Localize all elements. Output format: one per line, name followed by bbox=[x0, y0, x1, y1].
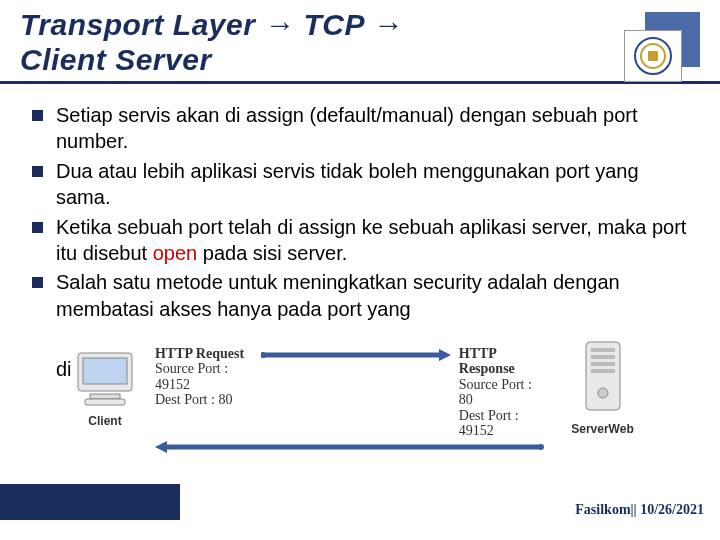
request-heading: HTTP Request bbox=[155, 346, 253, 361]
title-line2: Client Server bbox=[20, 43, 212, 76]
logo-container bbox=[610, 12, 700, 82]
response-heading: HTTP Response bbox=[459, 346, 545, 377]
bullet-text: Salah satu metode untuk meningkatkan sec… bbox=[56, 271, 620, 319]
svg-rect-6 bbox=[85, 399, 125, 405]
svg-marker-8 bbox=[439, 349, 451, 361]
bullet-text: Ketika sebuah port telah di assign ke se… bbox=[56, 216, 686, 264]
server-tower-icon bbox=[578, 338, 628, 416]
response-dst: Dest Port : 49152 bbox=[459, 408, 545, 439]
university-logo bbox=[624, 30, 682, 82]
bullet-item: Salah satu metode untuk meningkatkan sec… bbox=[28, 269, 692, 322]
bullet-item: Dua atau lebih aplikasi servis tidak bol… bbox=[28, 158, 692, 211]
response-text: HTTP Response Source Port : 80 Dest Port… bbox=[459, 346, 545, 438]
bullet-item: Ketika sebuah port telah di assign ke se… bbox=[28, 214, 692, 267]
svg-point-12 bbox=[538, 444, 544, 450]
bullet-item: Setiap servis akan di assign (default/ma… bbox=[28, 102, 692, 155]
svg-rect-4 bbox=[83, 358, 127, 384]
slide-header: Transport Layer → TCP → Client Server bbox=[0, 0, 720, 84]
svg-rect-15 bbox=[591, 355, 615, 359]
title-line1: Transport Layer → TCP → bbox=[20, 8, 403, 41]
svg-rect-14 bbox=[591, 348, 615, 352]
client-label: Client bbox=[60, 414, 150, 428]
request-dst: Dest Port : 80 bbox=[155, 392, 253, 407]
arrow-left-icon bbox=[155, 440, 545, 454]
footer-bar bbox=[0, 484, 180, 520]
logo-icon bbox=[633, 36, 673, 76]
bullet-text-after: pada sisi server. bbox=[197, 242, 347, 264]
svg-point-18 bbox=[598, 388, 608, 398]
svg-marker-10 bbox=[155, 441, 167, 453]
bullet-text: Dua atau lebih aplikasi servis tidak bol… bbox=[56, 160, 639, 208]
request-src: Source Port : 49152 bbox=[155, 361, 253, 392]
svg-rect-17 bbox=[591, 369, 615, 373]
server-label: ServerWeb bbox=[555, 422, 650, 436]
response-src: Source Port : 80 bbox=[459, 377, 545, 408]
slide-content: Setiap servis akan di assign (default/ma… bbox=[0, 84, 720, 322]
svg-rect-13 bbox=[586, 342, 620, 410]
svg-rect-5 bbox=[90, 394, 120, 399]
slide-title: Transport Layer → TCP → Client Server bbox=[20, 8, 700, 77]
server-box: ServerWeb bbox=[555, 338, 650, 436]
open-word: open bbox=[153, 242, 198, 264]
request-row: HTTP Request Source Port : 49152 Dest Po… bbox=[155, 346, 545, 438]
request-text: HTTP Request Source Port : 49152 Dest Po… bbox=[155, 346, 253, 408]
client-computer-icon bbox=[70, 348, 140, 408]
arrow-container: HTTP Request Source Port : 49152 Dest Po… bbox=[155, 346, 545, 458]
http-diagram: Client HTTP Request Source Port : 49152 … bbox=[60, 338, 660, 478]
footer-text: Fasilkom|| 10/26/2021 bbox=[575, 502, 704, 518]
client-box: Client bbox=[60, 348, 150, 428]
bullet-list: Setiap servis akan di assign (default/ma… bbox=[28, 102, 692, 322]
arrow-right-icon bbox=[261, 348, 451, 362]
svg-rect-2 bbox=[648, 51, 658, 61]
bullet-text: Setiap servis akan di assign (default/ma… bbox=[56, 104, 637, 152]
svg-rect-16 bbox=[591, 362, 615, 366]
